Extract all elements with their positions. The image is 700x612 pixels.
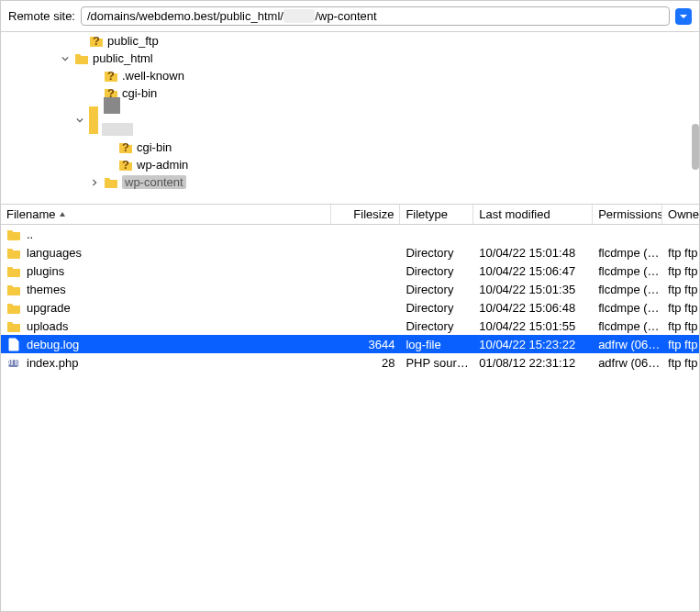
file-permissions: flcdmpe (… — [593, 243, 662, 261]
file-permissions: flcdmpe (… — [593, 261, 662, 280]
column-header-filename[interactable]: Filename — [1, 205, 331, 224]
file-modified — [473, 225, 593, 243]
file-modified: 10/04/22 15:06:48 — [473, 298, 593, 317]
file-type: PHP sour… — [400, 353, 473, 372]
file-owner: ftp ftp — [662, 335, 699, 353]
tree-node[interactable]: cgi-bin — [1, 139, 699, 156]
spacer — [89, 71, 100, 82]
file-name: .. — [27, 228, 33, 241]
tree-node-redacted[interactable] — [1, 102, 699, 139]
folder-unknown-icon — [104, 69, 118, 83]
file-permissions: flcdmpe (… — [593, 280, 662, 298]
file-name: index.php — [27, 356, 78, 370]
file-list-body[interactable]: ..languagesDirectory10/04/22 15:01:48flc… — [1, 225, 699, 372]
file-owner: ftp ftp — [662, 280, 699, 298]
file-owner: ftp ftp — [662, 243, 699, 261]
file-type: Directory — [400, 317, 473, 335]
file-row[interactable]: .. — [1, 225, 699, 243]
file-row[interactable]: uploadsDirectory10/04/22 15:01:55flcdmpe… — [1, 317, 699, 335]
file-list-header: Filename Filesize Filetype Last modified… — [1, 205, 699, 225]
file-owner: ftp ftp — [662, 261, 699, 280]
redacted-icon — [89, 105, 133, 136]
folder-icon — [6, 301, 21, 315]
file-owner: ftp ftp — [662, 353, 699, 372]
column-header-filesize[interactable]: Filesize — [331, 205, 401, 224]
tree-node[interactable]: public_ftp — [1, 32, 699, 50]
file-modified: 10/04/22 15:01:35 — [473, 280, 593, 298]
file-modified: 10/04/22 15:01:48 — [473, 243, 593, 261]
file-size — [331, 243, 401, 261]
file-permissions — [593, 225, 662, 243]
file-name: uploads — [27, 319, 69, 333]
file-row[interactable]: debug.log3644log-file10/04/22 15:23:22ad… — [1, 335, 699, 353]
file-size — [331, 225, 401, 243]
file-type: Directory — [400, 280, 473, 298]
file-type — [400, 225, 473, 243]
folder-unknown-icon — [118, 158, 133, 172]
folder-icon — [6, 319, 21, 333]
collapse-toggle[interactable] — [60, 53, 71, 64]
php-icon — [6, 356, 21, 370]
collapse-toggle[interactable] — [74, 115, 85, 126]
file-permissions: flcdmpe (… — [593, 317, 662, 335]
folder-unknown-icon — [89, 34, 104, 48]
chevron-down-icon — [679, 12, 688, 21]
file-modified: 10/04/22 15:06:47 — [473, 261, 593, 280]
scrollbar-thumb[interactable] — [692, 124, 699, 170]
file-size — [331, 261, 401, 280]
column-header-filetype[interactable]: Filetype — [400, 205, 473, 224]
file-size: 28 — [331, 353, 401, 372]
file-size: 3644 — [331, 335, 401, 353]
file-type: Directory — [400, 243, 473, 261]
column-header-modified[interactable]: Last modified — [473, 205, 593, 224]
tree-node[interactable]: public_html — [1, 50, 699, 67]
file-name: debug.log — [27, 338, 79, 351]
file-size — [331, 317, 401, 335]
file-permissions: adfrw (06… — [593, 353, 662, 372]
file-size — [331, 298, 401, 317]
file-modified: 10/04/22 15:23:22 — [473, 335, 593, 353]
tree-node-selected[interactable]: wp-content — [1, 173, 699, 191]
file-modified: 10/04/22 15:01:55 — [473, 317, 593, 335]
file-row[interactable]: upgradeDirectory10/04/22 15:06:48flcdmpe… — [1, 298, 699, 317]
file-modified: 01/08/12 22:31:12 — [473, 353, 593, 372]
file-row[interactable]: index.php28PHP sour…01/08/12 22:31:12adf… — [1, 353, 699, 372]
file-owner: ftp ftp — [662, 317, 699, 335]
folder-icon — [6, 246, 21, 260]
spacer — [104, 160, 115, 171]
spacer — [74, 36, 85, 47]
file-row[interactable]: themesDirectory10/04/22 15:01:35flcdmpe … — [1, 280, 699, 298]
file-type: Directory — [400, 261, 473, 280]
remote-path-input[interactable]: /domains/webdemo.best/public_html/x/wp-c… — [81, 6, 670, 26]
spacer — [104, 142, 115, 153]
redacted-segment: x — [283, 9, 316, 23]
file-permissions: flcdmpe (… — [593, 298, 662, 317]
file-type: Directory — [400, 298, 473, 317]
remote-site-label: Remote site: — [8, 9, 75, 23]
folder-icon — [6, 228, 21, 241]
file-owner — [662, 225, 699, 243]
file-row[interactable]: pluginsDirectory10/04/22 15:06:47flcdmpe… — [1, 261, 699, 280]
remote-tree-pane[interactable]: public_ftp public_html .well-known cgi-b… — [1, 32, 699, 205]
column-header-permissions[interactable]: Permissions — [593, 205, 662, 224]
file-name: languages — [27, 246, 82, 260]
tree-node[interactable]: wp-admin — [1, 156, 699, 173]
file-owner: ftp ftp — [662, 298, 699, 317]
folder-unknown-icon — [118, 140, 133, 154]
path-dropdown-button[interactable] — [675, 8, 692, 25]
folder-icon — [6, 283, 21, 296]
file-name: upgrade — [27, 301, 71, 315]
file-name: plugins — [27, 264, 64, 278]
tree-node[interactable]: .well-known — [1, 67, 699, 84]
file-row[interactable]: languagesDirectory10/04/22 15:01:48flcdm… — [1, 243, 699, 261]
folder-icon — [74, 51, 89, 65]
spacer — [89, 88, 100, 99]
expand-toggle[interactable] — [89, 177, 100, 188]
folder-icon — [6, 264, 21, 278]
file-icon — [6, 338, 21, 351]
file-name: themes — [27, 283, 66, 296]
column-header-owner[interactable]: Owner — [662, 205, 699, 224]
file-size — [331, 280, 401, 298]
folder-icon — [104, 175, 118, 189]
file-type: log-file — [400, 335, 473, 353]
